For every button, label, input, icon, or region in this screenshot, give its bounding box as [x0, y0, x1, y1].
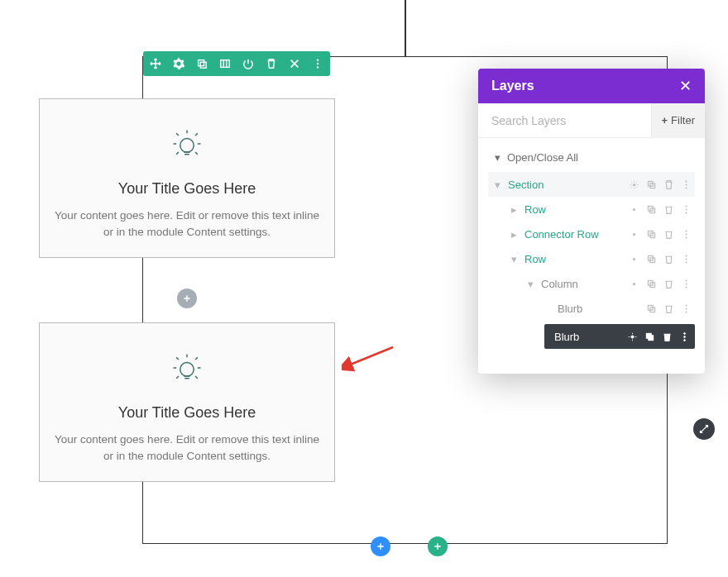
layers-panel: Layers ✕ + Filter ▾ Open/Close All ▾ Sec… — [478, 69, 705, 374]
trash-icon[interactable] — [663, 229, 674, 240]
svg-point-49 — [684, 332, 686, 334]
svg-point-28 — [686, 236, 687, 238]
add-module-button[interactable] — [177, 288, 197, 308]
trash-icon[interactable] — [663, 303, 674, 314]
svg-point-14 — [686, 180, 687, 182]
svg-point-51 — [684, 339, 686, 341]
trash-icon[interactable] — [266, 58, 277, 69]
layer-connector-row[interactable]: ▸ Connector Row — [488, 222, 695, 246]
svg-point-23 — [633, 232, 635, 235]
filter-button[interactable]: + Filter — [651, 103, 705, 138]
more-icon[interactable] — [681, 303, 692, 314]
more-icon[interactable] — [681, 179, 692, 190]
layer-row[interactable]: ▸ Row — [488, 197, 695, 222]
layer-blurb[interactable]: Blurb — [488, 296, 695, 321]
svg-point-20 — [686, 205, 687, 207]
blurb-title: Your Title Goes Here — [55, 404, 319, 422]
duplicate-icon[interactable] — [646, 279, 657, 289]
close-icon[interactable]: ✕ — [679, 77, 692, 95]
blurb-module-2[interactable]: Your Title Goes Here Your content goes h… — [39, 322, 335, 482]
duplicate-icon[interactable] — [646, 204, 657, 215]
svg-point-39 — [686, 283, 687, 284]
add-section-button[interactable] — [371, 536, 390, 556]
move-icon[interactable] — [150, 58, 161, 69]
layer-blurb-selected[interactable]: Blurb — [544, 324, 695, 349]
vertical-connector — [405, 0, 406, 56]
layers-title: Layers — [491, 79, 534, 93]
svg-rect-1 — [200, 62, 206, 68]
svg-rect-48 — [649, 335, 654, 340]
open-close-all[interactable]: ▾ Open/Close All — [488, 146, 695, 172]
svg-point-26 — [686, 230, 687, 231]
more-icon[interactable] — [681, 204, 692, 215]
svg-point-50 — [684, 336, 686, 337]
duplicate-icon[interactable] — [644, 331, 655, 342]
power-icon[interactable] — [242, 58, 254, 69]
close-icon[interactable] — [289, 58, 300, 69]
gear-icon[interactable] — [629, 279, 639, 289]
add-row-button[interactable] — [428, 536, 448, 556]
duplicate-icon[interactable] — [646, 179, 657, 190]
gear-icon[interactable] — [173, 58, 184, 69]
trash-icon[interactable] — [662, 331, 673, 342]
svg-point-11 — [633, 183, 635, 185]
svg-point-33 — [686, 258, 687, 260]
svg-point-6 — [180, 139, 194, 153]
svg-rect-2 — [221, 60, 230, 68]
layers-search-bar: + Filter — [478, 103, 705, 138]
trash-icon[interactable] — [663, 279, 674, 289]
svg-point-34 — [686, 261, 687, 263]
svg-point-21 — [686, 208, 687, 210]
lightbulb-icon — [55, 350, 319, 386]
duplicate-icon[interactable] — [196, 58, 208, 69]
svg-point-22 — [686, 212, 687, 213]
duplicate-icon[interactable] — [646, 254, 657, 265]
svg-point-40 — [686, 286, 687, 288]
blurb-title: Your Title Goes Here — [55, 180, 319, 198]
layer-column[interactable]: ▾ Column — [488, 271, 695, 296]
svg-point-29 — [633, 257, 635, 260]
blurb-body: Your content goes here. Edit or remove t… — [55, 207, 319, 241]
svg-point-43 — [686, 304, 687, 306]
trash-icon[interactable] — [663, 179, 674, 190]
blurb-module-1[interactable]: Your Title Goes Here Your content goes h… — [39, 98, 335, 258]
columns-icon[interactable] — [219, 58, 231, 69]
gear-icon[interactable] — [629, 254, 639, 265]
svg-point-17 — [633, 207, 635, 210]
more-icon[interactable] — [679, 331, 690, 342]
more-icon[interactable] — [681, 229, 692, 240]
duplicate-icon[interactable] — [646, 229, 657, 240]
layers-header[interactable]: Layers ✕ — [478, 69, 705, 103]
layers-tree: ▾ Open/Close All ▾ Section ▸ Row — [478, 138, 705, 374]
svg-point-35 — [633, 282, 635, 284]
svg-point-27 — [686, 233, 687, 235]
duplicate-icon[interactable] — [646, 303, 657, 314]
layer-section[interactable]: ▾ Section — [488, 172, 695, 197]
search-input[interactable] — [478, 114, 651, 127]
more-icon[interactable] — [681, 254, 692, 265]
gear-icon[interactable] — [629, 229, 639, 240]
svg-point-15 — [686, 184, 687, 185]
more-icon[interactable] — [312, 58, 323, 69]
svg-point-46 — [631, 335, 634, 337]
svg-point-32 — [686, 255, 687, 256]
trash-icon[interactable] — [663, 254, 674, 265]
gear-icon[interactable] — [629, 204, 639, 215]
svg-rect-0 — [199, 60, 204, 66]
section-toolbar — [143, 51, 330, 76]
gear-icon[interactable] — [629, 179, 639, 190]
svg-point-38 — [686, 279, 687, 281]
svg-point-4 — [317, 63, 318, 64]
lightbulb-icon — [55, 126, 319, 162]
gear-icon[interactable] — [627, 331, 638, 342]
svg-point-3 — [317, 59, 318, 60]
svg-point-5 — [317, 66, 318, 68]
layer-row[interactable]: ▾ Row — [488, 246, 695, 271]
svg-point-45 — [686, 311, 687, 312]
layer-actions — [629, 179, 692, 190]
blurb-body: Your content goes here. Edit or remove t… — [55, 432, 319, 465]
svg-point-44 — [686, 308, 687, 309]
more-icon[interactable] — [681, 279, 692, 289]
resize-handle[interactable] — [693, 418, 715, 440]
trash-icon[interactable] — [663, 204, 674, 215]
